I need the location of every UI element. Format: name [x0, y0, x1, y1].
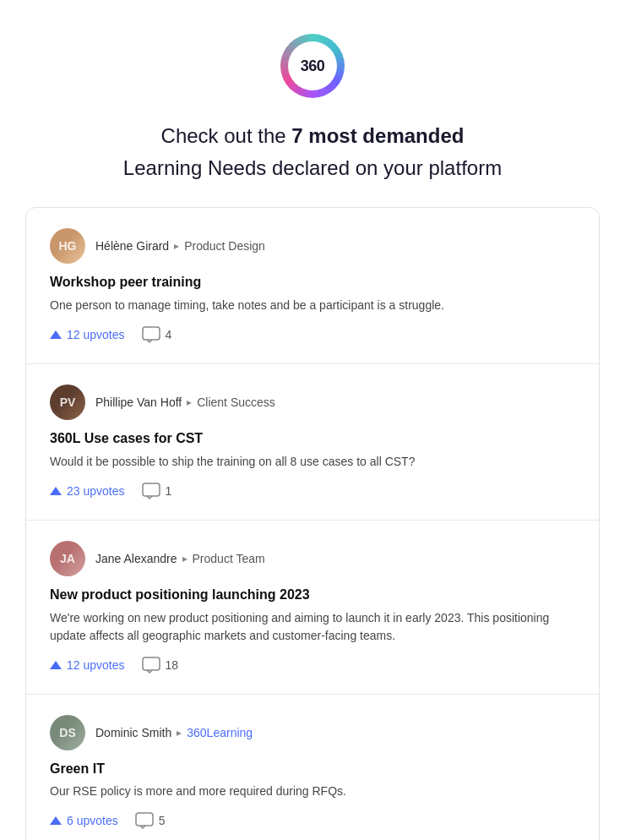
upvote-button[interactable]: 23 upvotes	[50, 484, 125, 498]
logo-inner: 360	[288, 41, 337, 90]
card-title: New product positioning launching 2023	[50, 586, 575, 604]
upvote-icon	[50, 661, 62, 669]
upvote-button[interactable]: 12 upvotes	[50, 658, 125, 672]
comment-count: 18	[166, 658, 179, 672]
card-title: Workshop peer training	[50, 274, 575, 292]
user-info: Hélène Girard ▸ Product Design	[95, 239, 265, 253]
comment-count: 4	[166, 328, 172, 341]
cards-container: HG Hélène Girard ▸ Product Design Worksh…	[25, 207, 600, 840]
user-name: Phillipe Van Hoff	[95, 395, 182, 409]
list-item: HG Hélène Girard ▸ Product Design Worksh…	[26, 208, 599, 364]
card-title: Green IT	[50, 761, 575, 778]
list-item: DS Dominic Smith ▸ 360Learning Green IT …	[26, 695, 599, 840]
upvote-icon	[50, 330, 62, 339]
avatar: HG	[50, 228, 85, 264]
card-header: DS Dominic Smith ▸ 360Learning	[50, 715, 575, 750]
comment-icon	[142, 483, 160, 499]
avatar: DS	[50, 715, 85, 750]
breadcrumb-arrow: ▸	[187, 396, 192, 408]
user-name: Dominic Smith	[95, 726, 171, 739]
avatar-initials: JA	[50, 541, 85, 576]
svg-rect-3	[136, 813, 153, 826]
headline-prefix: Check out the	[161, 124, 292, 147]
page-container: 360 Check out the 7 most demanded Learni…	[0, 0, 625, 840]
dept-link[interactable]: 360Learning	[187, 726, 253, 739]
user-info: Dominic Smith ▸ 360Learning	[95, 726, 253, 739]
headline: Check out the 7 most demanded Learning N…	[123, 122, 502, 182]
logo-circle: 360	[280, 34, 345, 98]
card-header: PV Phillipe Van Hoff ▸ Client Success	[50, 385, 575, 420]
card-header: JA Jane Alexandre ▸ Product Team	[50, 541, 575, 576]
avatar-initials: DS	[50, 715, 85, 750]
avatar-initials: PV	[50, 385, 85, 420]
comment-icon	[142, 657, 160, 674]
dept-label: Client Success	[197, 395, 275, 409]
comment-button[interactable]: 18	[142, 657, 179, 674]
comment-button[interactable]: 4	[142, 326, 172, 343]
upvote-count: 12 upvotes	[67, 658, 125, 672]
breadcrumb-arrow: ▸	[174, 240, 179, 252]
comment-button[interactable]: 1	[142, 483, 172, 499]
headline-bold: 7 most demanded	[291, 124, 464, 147]
card-footer: 12 upvotes 18	[50, 657, 575, 674]
upvote-button[interactable]: 6 upvotes	[50, 814, 118, 827]
svg-rect-1	[143, 483, 160, 496]
dept-label: Product Design	[184, 239, 265, 253]
card-footer: 6 upvotes 5	[50, 812, 575, 829]
comment-icon	[135, 812, 154, 829]
avatar: PV	[50, 385, 85, 420]
comment-button[interactable]: 5	[135, 812, 166, 829]
upvote-icon	[50, 816, 62, 825]
user-name: Hélène Girard	[95, 239, 169, 253]
card-header: HG Hélène Girard ▸ Product Design	[50, 228, 575, 264]
avatar: JA	[50, 541, 85, 576]
logo-text: 360	[301, 57, 325, 75]
card-footer: 23 upvotes 1	[50, 483, 575, 499]
user-info: Phillipe Van Hoff ▸ Client Success	[95, 395, 275, 409]
headline-suffix: Learning Needs declared on your platform	[123, 154, 502, 183]
user-info: Jane Alexandre ▸ Product Team	[95, 552, 265, 565]
upvote-icon	[50, 487, 62, 495]
breadcrumb-arrow: ▸	[182, 553, 188, 565]
card-description: One person to manage timing, take notes …	[50, 297, 575, 314]
comment-count: 1	[166, 484, 172, 498]
svg-rect-2	[143, 657, 160, 670]
card-description: Would it be possible to ship the trainin…	[50, 453, 575, 471]
card-description: Our RSE policy is more and more required…	[50, 783, 575, 800]
list-item: JA Jane Alexandre ▸ Product Team New pro…	[26, 521, 599, 695]
breadcrumb-arrow: ▸	[177, 727, 182, 739]
user-name: Jane Alexandre	[95, 552, 177, 565]
avatar-initials: HG	[50, 228, 85, 264]
upvote-button[interactable]: 12 upvotes	[50, 328, 125, 341]
logo-container: 360	[280, 34, 345, 98]
comment-count: 5	[159, 814, 166, 827]
card-title: 360L Use cases for CST	[50, 430, 575, 448]
upvote-count: 6 upvotes	[67, 814, 118, 827]
card-footer: 12 upvotes 4	[50, 326, 575, 343]
svg-rect-0	[143, 327, 160, 340]
upvote-count: 23 upvotes	[67, 484, 125, 498]
list-item: PV Phillipe Van Hoff ▸ Client Success 36…	[26, 364, 599, 521]
comment-icon	[142, 326, 160, 343]
upvote-count: 12 upvotes	[67, 328, 125, 341]
dept-label: Product Team	[193, 552, 265, 565]
card-description: We're working on new product positioning…	[50, 609, 575, 645]
